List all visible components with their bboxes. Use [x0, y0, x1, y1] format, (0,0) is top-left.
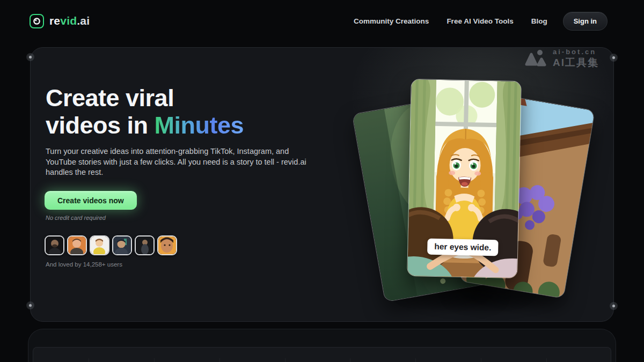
grid-divider [350, 358, 350, 362]
top-nav: revid.ai Community Creations Free AI Vid… [0, 0, 644, 42]
user-avatar-4 [112, 235, 132, 255]
nav-link-free-ai-video-tools[interactable]: Free AI Video Tools [447, 17, 513, 25]
next-section-inner [33, 347, 611, 362]
revid-landing-page: revid.ai Community Creations Free AI Vid… [0, 0, 644, 362]
panel-corner-dot [29, 56, 32, 58]
grid-divider [154, 358, 155, 362]
nav-link-blog[interactable]: Blog [531, 17, 547, 25]
video-caption: her eyes wide. [427, 239, 499, 256]
video-card-story[interactable]: her eyes wide. [407, 79, 522, 278]
grid-divider [415, 358, 416, 362]
next-section-panel [28, 329, 616, 362]
user-avatar-5 [135, 235, 155, 255]
hero-panel: her eyes wide. Create viral videos in Mi… [30, 47, 614, 322]
user-avatar-2 [67, 235, 87, 255]
hero-panel-background: her eyes wide. Create viral videos in Mi… [31, 48, 613, 321]
hero-description: Turn your creative ideas into attention-… [46, 146, 314, 178]
user-avatar-3 [90, 235, 109, 255]
ai-bot-logo-icon [523, 48, 548, 68]
grid-divider [89, 358, 89, 362]
nav-link-community-creations[interactable]: Community Creations [354, 17, 429, 25]
watermark-title: AI工具集 [553, 57, 599, 68]
grid-divider [546, 358, 547, 362]
user-avatar-row [45, 235, 177, 255]
grid-divider [285, 358, 286, 362]
sign-in-button[interactable]: Sign in [563, 12, 608, 31]
brand-name: revid.ai [49, 14, 90, 27]
ai-bot-watermark: ai-bot.cn AI工具集 [523, 48, 599, 68]
video-card-stack: her eyes wide. [363, 69, 599, 316]
camera-lens-icon [30, 14, 44, 28]
grid-divider [219, 358, 220, 362]
panel-corner-dot [29, 304, 32, 307]
panel-corner-dot [612, 56, 615, 59]
cta-note: No credit card required [46, 215, 106, 221]
user-avatar-6 [157, 235, 177, 255]
create-videos-button[interactable]: Create videos now [45, 191, 137, 210]
grid-divider [481, 358, 481, 362]
user-avatar-1 [45, 235, 64, 255]
panel-corner-dot [612, 305, 615, 307]
nav-links: Community Creations Free AI Video Tools … [354, 12, 608, 31]
social-proof-text: And loved by 14,258+ users [46, 261, 122, 268]
watermark-domain: ai-bot.cn [553, 48, 599, 55]
hero-title: Create viral videos in Minutes [46, 84, 244, 139]
brand-logo[interactable]: revid.ai [30, 14, 90, 28]
hero-title-highlight: Minutes [155, 112, 244, 139]
